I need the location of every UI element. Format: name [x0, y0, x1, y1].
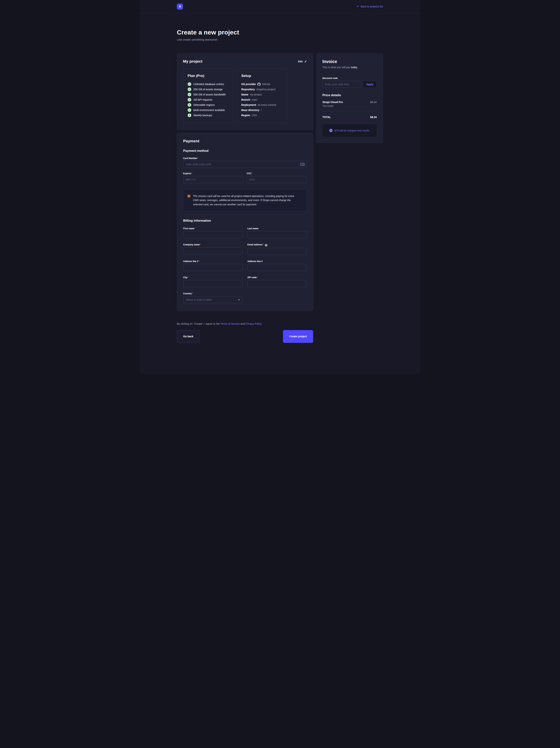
plan-item: ✓ Weekly backups	[188, 113, 229, 118]
company-name-field: Company name*	[183, 243, 243, 255]
setup-row: Repository strapi/my-project	[241, 87, 283, 92]
address-line-2-input[interactable]	[247, 264, 307, 271]
expires-label: Expires*	[183, 172, 243, 175]
cvc-field: CVC*	[247, 172, 307, 183]
check-icon: ✓	[188, 113, 191, 117]
page-subtitle: Lets create something awesome!	[177, 38, 383, 41]
required-marker: *	[263, 243, 264, 246]
discount-section: Discount code Apply	[322, 77, 377, 88]
address-line-2-label: Address line 2	[247, 260, 307, 263]
city-label: City*	[183, 276, 243, 279]
expires-input[interactable]	[183, 176, 243, 183]
plan-item: ✓ 1M API requests	[188, 97, 229, 102]
payment-title: Payment	[183, 139, 307, 143]
next-month-note-text: $75 will be charged next month.	[335, 129, 370, 132]
strapi-logo[interactable]	[177, 3, 183, 9]
email-label: Email address*i	[247, 243, 307, 247]
last-name-input[interactable]	[247, 231, 307, 238]
country-select-placeholder: Select or enter a value	[186, 298, 212, 301]
invoice-subtitle: This is what you will pay today	[322, 66, 377, 69]
address-line-1-input[interactable]	[183, 264, 243, 271]
plan-item: ✓ 250 GB of assets storage	[188, 87, 229, 92]
email-field: Email address*i	[247, 243, 307, 255]
page-header: Create a new project Lets create somethi…	[177, 13, 383, 41]
setup-value: my-project	[250, 93, 262, 96]
setup-label: Repository	[241, 88, 255, 91]
check-icon: ✓	[188, 98, 191, 101]
email-input[interactable]	[247, 248, 307, 255]
plan-item-label: 1M API requests	[193, 98, 212, 101]
plan-item: ✓ 500 GB of assets bandwidth	[188, 92, 229, 97]
city-field: City*	[183, 276, 243, 287]
city-label-text: City	[183, 276, 188, 279]
setup-row: Name my-project	[241, 92, 283, 97]
page-title: Create a new project	[177, 29, 383, 36]
setup-label: Region	[241, 114, 250, 117]
go-back-button[interactable]: Go back	[177, 330, 200, 343]
plan-item-label: 250 GB of assets storage	[193, 88, 223, 91]
create-project-button[interactable]: Create project	[283, 330, 313, 343]
terms-sentence: By clicking on "Create", I agree to the …	[177, 322, 313, 325]
setup-label: Deployment	[241, 103, 256, 107]
first-name-input[interactable]	[183, 231, 243, 238]
country-label-text: Country	[183, 292, 192, 295]
plan-item-label: Selectable regions	[193, 103, 215, 107]
top-bar: ↶ Back to projects list	[140, 0, 420, 13]
edit-button[interactable]: Edit	[298, 60, 307, 63]
invoice-card: Invoice This is what you will pay today …	[316, 53, 383, 143]
required-marker: *	[191, 172, 192, 175]
setup-value: main	[252, 98, 257, 101]
plan-item: ✓ Multi-environment available	[188, 108, 229, 113]
address-line-2-field: Address line 2	[247, 260, 307, 271]
check-icon: ✓	[188, 108, 191, 112]
required-marker: *	[200, 243, 201, 246]
setup-row: Region USA	[241, 113, 283, 118]
setup-value: strapi/my-project	[256, 88, 275, 91]
zip-code-label-text: ZIP code	[247, 276, 257, 279]
discount-code-input[interactable]	[322, 81, 361, 88]
cvc-label-text: CVC	[247, 172, 251, 175]
check-icon: ✓	[188, 93, 191, 96]
city-input[interactable]	[183, 280, 243, 287]
card-number-field: Card Number*	[183, 157, 307, 168]
terms-of-service-link[interactable]: Terms of Service	[220, 322, 240, 325]
address-line-1-field: Address line 1*	[183, 260, 243, 271]
setup-row: Deployment At every commit	[241, 102, 283, 108]
price-line-name: Strapi Cloud Pro	[322, 101, 343, 103]
total-amount: $8.04	[370, 116, 377, 119]
create-project-page: ↶ Back to projects list Create a new pro…	[140, 0, 420, 374]
total-row: TOTAL $8.04	[322, 116, 377, 119]
required-marker: *	[188, 276, 189, 279]
email-info-icon[interactable]: i	[265, 244, 267, 247]
terms-suffix: .	[262, 322, 262, 325]
plan-item: ✓ Selectable regions	[188, 102, 229, 108]
country-select[interactable]: Select or enter a value ▼	[183, 296, 243, 303]
privacy-policy-link[interactable]: Privacy Policy	[246, 322, 262, 325]
required-marker: *	[251, 172, 252, 175]
first-name-field: First name	[183, 227, 243, 238]
plan-title: Plan (Pro)	[188, 74, 229, 78]
my-project-title: My project	[183, 59, 202, 64]
expires-field: Expires*	[183, 172, 243, 183]
info-icon: i	[329, 129, 333, 132]
card-number-input[interactable]	[183, 161, 307, 168]
apply-discount-button[interactable]: Apply	[363, 81, 377, 88]
terms-prefix: By clicking on "Create", I agree to the	[177, 322, 220, 325]
zip-code-input[interactable]	[247, 280, 307, 287]
invoice-subtitle-prefix: This is what you will pay	[322, 66, 351, 69]
first-name-label: First name	[183, 227, 243, 230]
plan-item: ✓ Unlimited database entries	[188, 81, 229, 87]
company-name-input[interactable]	[183, 247, 243, 254]
back-link-label: Back to projects list	[361, 5, 383, 8]
back-arrow-icon: ↶	[357, 5, 359, 8]
cvc-input[interactable]	[247, 176, 307, 183]
required-marker: *	[198, 260, 199, 263]
plan-item-label: Unlimited database entries	[193, 83, 224, 86]
setup-row: Base directory /	[241, 108, 283, 113]
plan-item-label: Weekly backups	[193, 114, 212, 117]
country-field: Country* Select or enter a value ▼	[183, 292, 243, 303]
zip-code-field: ZIP code*	[247, 276, 307, 287]
back-to-projects-link[interactable]: ↶ Back to projects list	[357, 5, 383, 8]
setup-value: GitHub	[262, 83, 270, 86]
required-marker: *	[257, 276, 258, 279]
